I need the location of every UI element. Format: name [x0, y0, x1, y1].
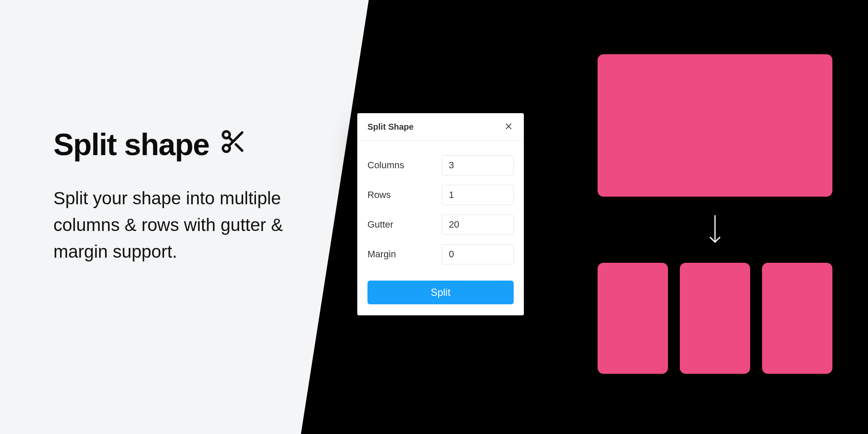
margin-input[interactable]	[442, 244, 514, 264]
arrow-down-icon	[708, 214, 722, 248]
field-row-columns: Columns	[367, 155, 514, 175]
example-illustration	[598, 54, 832, 374]
rows-label: Rows	[367, 189, 391, 200]
field-row-margin: Margin	[367, 244, 514, 264]
split-button[interactable]: Split	[367, 281, 514, 304]
panel-footer: Split	[357, 277, 524, 315]
gutter-input[interactable]	[442, 214, 514, 235]
rows-input[interactable]	[442, 185, 514, 205]
promo-title-row: Split shape	[53, 127, 325, 162]
panel-header: Split Shape	[357, 113, 524, 141]
example-result-row	[598, 263, 832, 374]
columns-input[interactable]	[442, 155, 514, 175]
example-result-shape	[680, 263, 750, 374]
field-row-gutter: Gutter	[367, 214, 514, 235]
gutter-label: Gutter	[367, 219, 393, 230]
close-icon	[504, 122, 513, 132]
svg-line-4	[228, 137, 233, 142]
split-shape-panel: Split Shape Columns Rows Gutte	[357, 113, 524, 315]
promo-copy: Split shape Split your shape into multip…	[53, 127, 325, 265]
promo-description: Split your shape into multiple columns &…	[53, 185, 325, 265]
columns-label: Columns	[367, 160, 404, 171]
svg-line-3	[236, 145, 242, 151]
scissors-icon	[220, 127, 247, 162]
panel-title: Split Shape	[367, 122, 414, 132]
panel-body: Columns Rows Gutter Margin	[357, 141, 524, 277]
example-source-shape	[598, 54, 832, 197]
example-result-shape	[762, 263, 832, 374]
promo-stage: Split shape Split your shape into multip…	[0, 0, 868, 434]
field-row-rows: Rows	[367, 185, 514, 205]
promo-title: Split shape	[53, 127, 209, 162]
example-result-shape	[598, 263, 668, 374]
margin-label: Margin	[367, 249, 396, 260]
close-button[interactable]	[504, 122, 514, 132]
